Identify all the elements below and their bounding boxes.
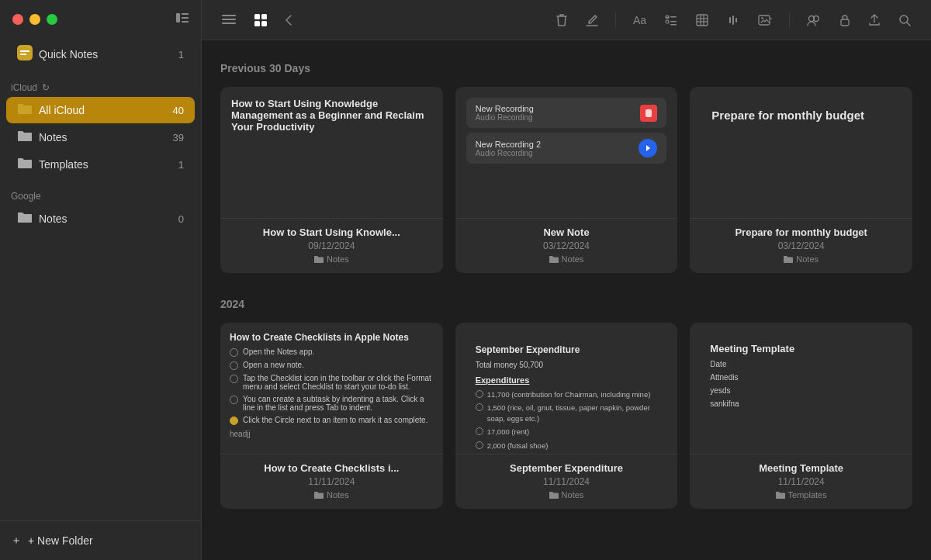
note-card[interactable]: How to Create Checklists in Apple Notes … bbox=[220, 323, 443, 509]
notes-grid-previous-30-days: How to Start Using Knowledge Management … bbox=[220, 87, 912, 273]
meeting-preview: Meeting Template DateAttnedisyesdssankif… bbox=[701, 334, 902, 420]
folder-icon bbox=[314, 491, 324, 499]
icloud-section: iCloud ↻ All iCloud 40 Notes 39 bbox=[0, 73, 201, 181]
sidebar-item-quick-notes[interactable]: Quick Notes 1 bbox=[6, 40, 195, 69]
svg-rect-3 bbox=[182, 21, 189, 22]
note-info: Meeting Template 11/11/2024 Templates bbox=[690, 455, 912, 509]
sidebar-item-count: 0 bbox=[168, 213, 184, 225]
close-button[interactable] bbox=[12, 14, 23, 25]
table-button[interactable] bbox=[691, 11, 713, 29]
note-title: How to Start Using Knowle... bbox=[231, 226, 432, 238]
note-preview-heading: How to Start Using Knowledge Management … bbox=[231, 98, 432, 133]
folder-icon bbox=[17, 130, 33, 145]
svg-rect-19 bbox=[697, 15, 708, 26]
collab-button[interactable] bbox=[802, 11, 825, 29]
sidebar-item-label: Notes bbox=[39, 213, 162, 225]
recording-icon-blue bbox=[639, 139, 657, 157]
meeting-title: Meeting Template bbox=[710, 343, 892, 354]
sidebar-item-templates[interactable]: Templates 1 bbox=[6, 151, 195, 178]
svg-rect-33 bbox=[645, 109, 652, 117]
svg-rect-7 bbox=[222, 15, 236, 16]
note-card[interactable]: Meeting Template DateAttnedisyesdssankif… bbox=[690, 323, 912, 509]
share-button[interactable] bbox=[864, 11, 884, 29]
note-preview: Meeting Template DateAttnedisyesdssankif… bbox=[690, 323, 912, 455]
checklist-heading: How to Create Checklists in Apple Notes bbox=[230, 332, 434, 343]
icloud-group-label: iCloud ↻ bbox=[0, 76, 201, 96]
checklist-item: Tap the Checklist icon in the toolbar or… bbox=[230, 374, 434, 391]
checklist-footer: headjj bbox=[230, 430, 434, 438]
note-preview: How to Start Using Knowledge Management … bbox=[220, 87, 443, 219]
svg-rect-24 bbox=[729, 17, 731, 23]
minimize-button[interactable] bbox=[29, 14, 40, 25]
recording-label: New Recording bbox=[476, 104, 534, 113]
sidebar-footer: ＋ + New Folder bbox=[0, 520, 201, 560]
sidebar-item-count: 39 bbox=[168, 132, 184, 143]
recording-icon-red bbox=[640, 105, 657, 122]
sidebar-item-label: Templates bbox=[39, 158, 162, 171]
note-preview: Prepare for monthly budget bbox=[690, 87, 912, 219]
svg-rect-4 bbox=[17, 45, 33, 60]
note-folder: Notes bbox=[231, 490, 432, 500]
folder-icon bbox=[549, 491, 559, 499]
note-preview: New Recording Audio Recording New Record… bbox=[455, 87, 678, 219]
note-card[interactable]: September Expenditure Total money 50,700… bbox=[455, 323, 678, 509]
svg-rect-25 bbox=[732, 16, 734, 25]
svg-rect-31 bbox=[841, 19, 849, 26]
note-folder-label: Notes bbox=[562, 254, 584, 264]
maximize-button[interactable] bbox=[47, 14, 57, 25]
svg-rect-17 bbox=[670, 21, 677, 22]
folder-icon bbox=[549, 255, 559, 263]
checklist-button[interactable] bbox=[660, 11, 682, 29]
google-section: Google Notes 0 bbox=[0, 181, 201, 236]
recording-item: New Recording Audio Recording bbox=[466, 98, 667, 128]
note-card[interactable]: How to Start Using Knowledge Management … bbox=[220, 87, 443, 273]
svg-point-16 bbox=[666, 20, 669, 23]
grid-view-button[interactable] bbox=[250, 11, 272, 29]
audio-button[interactable] bbox=[722, 11, 744, 29]
recording-label-2: New Recording 2 bbox=[476, 140, 541, 149]
meeting-details: DateAttnedisyesdssankifna bbox=[710, 358, 892, 410]
back-button[interactable] bbox=[281, 12, 296, 29]
note-folder-label: Notes bbox=[327, 254, 349, 264]
section-header-previous-30-days: Previous 30 Days bbox=[220, 62, 912, 74]
note-info: Prepare for monthly budget 03/12/2024 No… bbox=[690, 219, 912, 273]
note-preview: September Expenditure Total money 50,700… bbox=[455, 323, 678, 455]
sidebar-item-google-notes[interactable]: Notes 0 bbox=[6, 206, 195, 232]
svg-rect-18 bbox=[670, 24, 677, 26]
note-folder: Notes bbox=[466, 490, 667, 500]
search-button[interactable] bbox=[894, 11, 915, 29]
exp-radio bbox=[476, 403, 483, 411]
lock-button[interactable] bbox=[835, 11, 855, 29]
sidebar-toggle-button[interactable] bbox=[176, 12, 189, 26]
checklist-item-checked: Click the Circle next to an item to mark… bbox=[230, 416, 434, 425]
svg-rect-8 bbox=[222, 19, 236, 20]
note-date: 03/12/2024 bbox=[701, 240, 902, 251]
new-folder-icon: ＋ bbox=[11, 534, 22, 548]
checklist-item: Open a new note. bbox=[230, 361, 434, 370]
sidebar-item-icloud-notes[interactable]: Notes 39 bbox=[6, 124, 195, 150]
sidebar-item-label: Notes bbox=[39, 131, 162, 143]
note-folder: Notes bbox=[701, 254, 902, 264]
media-button[interactable] bbox=[753, 12, 777, 29]
list-view-button[interactable] bbox=[217, 12, 241, 29]
note-title: New Note bbox=[466, 226, 667, 238]
compose-button[interactable] bbox=[581, 11, 603, 29]
note-card[interactable]: New Recording Audio Recording New Record… bbox=[455, 87, 678, 273]
quick-notes-section: Quick Notes 1 bbox=[0, 36, 201, 73]
checklist-radio bbox=[230, 348, 238, 357]
exp-radio bbox=[476, 390, 483, 398]
svg-rect-15 bbox=[670, 16, 677, 18]
folder-icon bbox=[784, 255, 793, 263]
svg-rect-10 bbox=[254, 14, 260, 19]
sidebar-item-all-icloud[interactable]: All iCloud 40 bbox=[6, 97, 195, 123]
delete-button[interactable] bbox=[552, 10, 572, 30]
note-date: 09/12/2024 bbox=[231, 240, 432, 251]
note-card[interactable]: Prepare for monthly budget Prepare for m… bbox=[690, 87, 912, 273]
svg-rect-12 bbox=[254, 21, 260, 26]
checklist-radio bbox=[230, 396, 238, 404]
recording-info-2: New Recording 2 Audio Recording bbox=[476, 140, 541, 157]
note-date: 11/11/2024 bbox=[231, 476, 432, 487]
new-folder-button[interactable]: ＋ + New Folder bbox=[11, 529, 93, 552]
font-button[interactable]: Aa bbox=[628, 11, 651, 29]
svg-rect-5 bbox=[20, 50, 29, 52]
